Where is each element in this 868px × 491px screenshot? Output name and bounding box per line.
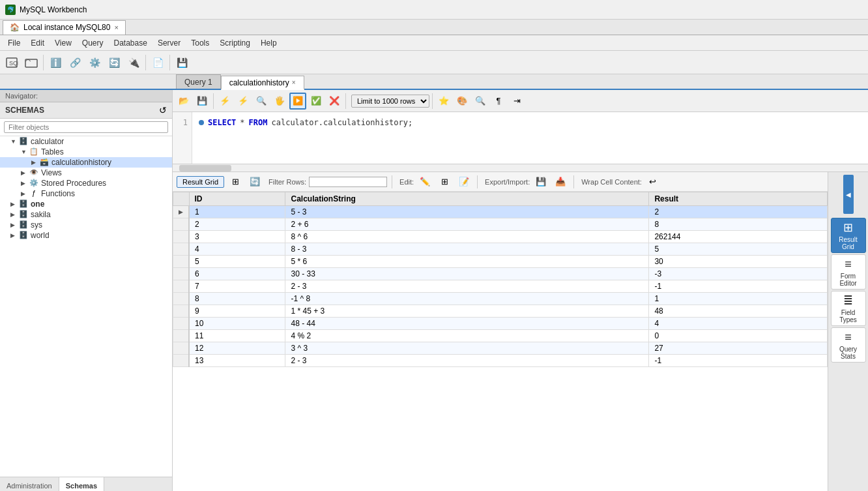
tab-close-calchist[interactable]: × <box>292 79 296 86</box>
data-grid[interactable]: ID CalculationString Result ▶15 - 3222 +… <box>173 192 828 491</box>
qtb-execute-all[interactable]: ⚡ <box>216 93 233 110</box>
menu-server[interactable]: Server <box>152 37 186 49</box>
results-grid-icon[interactable]: ⊞ <box>227 173 244 190</box>
edit-pencil-btn[interactable]: ✏️ <box>416 173 433 190</box>
th-result[interactable]: Result <box>649 192 828 206</box>
menu-scripting[interactable]: Scripting <box>214 37 255 49</box>
arrow-tables[interactable]: ▼ <box>21 149 29 155</box>
table-row: 38 ^ 6262144 <box>173 231 828 243</box>
arrow-one[interactable]: ▶ <box>10 201 18 207</box>
tb-disconnect[interactable]: 🔌 <box>124 53 143 72</box>
qtb-save[interactable]: 💾 <box>194 93 210 110</box>
wrap-btn[interactable]: ↩ <box>644 173 661 190</box>
arrow-stored-procedures[interactable]: ▶ <box>21 180 29 186</box>
edit-grid-btn[interactable]: ⊞ <box>436 173 453 190</box>
cell-result: 8 <box>649 218 828 231</box>
right-btn-field-types[interactable]: ≣ FieldTypes <box>831 291 866 326</box>
arrow-calculator[interactable]: ▼ <box>10 138 18 145</box>
filter-objects-input[interactable] <box>4 121 168 133</box>
qtb-indent[interactable]: ⇥ <box>508 93 525 110</box>
qtb-execute-selected[interactable]: ▶️ <box>289 93 306 110</box>
app-title: MySQL Workbench <box>20 5 87 14</box>
menu-view[interactable]: View <box>50 37 77 49</box>
table-row: 55 * 630 <box>173 256 828 268</box>
th-id[interactable]: ID <box>189 192 285 206</box>
tb-reconnect[interactable]: 🔄 <box>105 53 123 72</box>
right-btn-result-grid[interactable]: ⊞ ResultGrid <box>831 218 866 253</box>
schema-sakila[interactable]: ▶ 🗄️ sakila <box>0 209 172 220</box>
import-btn[interactable]: 📥 <box>552 173 569 190</box>
instance-tab[interactable]: 🏠 Local instance MySQL80 × <box>3 20 126 35</box>
schema-world[interactable]: ▶ 🗄️ world <box>0 230 172 241</box>
limit-rows-select[interactable]: Limit to 1000 rows Limit to 500 rows Don… <box>351 95 429 108</box>
menu-edit[interactable]: Edit <box>25 37 50 49</box>
schemas-refresh-btn[interactable]: ↺ <box>159 105 167 115</box>
views-icon: 👁️ <box>29 168 39 177</box>
cell-calc: 3 ^ 3 <box>285 342 649 355</box>
tb-manage-connections[interactable]: ⚙️ <box>85 53 104 72</box>
schema-sys[interactable]: ▶ 🗄️ sys <box>0 220 172 230</box>
export-btn[interactable]: 💾 <box>532 173 549 190</box>
cell-id: 3 <box>189 231 285 243</box>
query-stats-icon: ≡ <box>845 331 852 344</box>
tb-add-connection[interactable]: 🔗 <box>66 53 84 72</box>
right-btn-form-editor[interactable]: ≡ FormEditor <box>831 254 866 290</box>
instance-tab-close[interactable]: × <box>114 23 118 31</box>
tb-commit[interactable]: 💾 <box>173 53 191 72</box>
tree-calculationhistory[interactable]: ▶ 🗃️ calculationhistory <box>0 157 172 168</box>
toolbar-sep-3 <box>169 55 170 70</box>
arrow-world[interactable]: ▶ <box>10 232 18 239</box>
tree-tables[interactable]: ▼ 📋 Tables <box>0 147 172 157</box>
qtb-toggle-invisible[interactable]: ¶ <box>490 93 507 110</box>
bottom-tab-schemas[interactable]: Schemas <box>59 477 104 491</box>
arrow-views[interactable]: ▶ <box>21 170 29 176</box>
cell-id: 1 <box>189 206 285 218</box>
menu-database[interactable]: Database <box>109 37 152 49</box>
schema-icon-sys: 🗄️ <box>18 220 29 230</box>
qtb-execute-current[interactable]: ⚡ <box>235 93 252 110</box>
cell-calc: 8 ^ 6 <box>285 231 649 243</box>
schema-calculator[interactable]: ▼ 🗄️ calculator <box>0 136 172 147</box>
qtb-beautify[interactable]: 🎨 <box>454 93 470 110</box>
panel-collapse-btn[interactable]: ◀ <box>843 175 854 214</box>
filter-rows-input[interactable] <box>309 177 387 187</box>
qtb-search[interactable]: 🔍 <box>472 93 489 110</box>
bottom-tab-administration[interactable]: Administration <box>0 477 59 491</box>
edit-form-btn[interactable]: 📝 <box>456 173 472 190</box>
menu-tools[interactable]: Tools <box>186 37 214 49</box>
tab-calculationhistory[interactable]: calculationhistory × <box>221 76 304 90</box>
tree-functions[interactable]: ▶ ƒ Functions <box>0 188 172 199</box>
qtb-rollback[interactable]: ❌ <box>326 93 343 110</box>
arrow-calculationhistory[interactable]: ▶ <box>31 159 39 166</box>
row-arrow-cell <box>173 218 190 231</box>
sql-content[interactable]: SELECT * FROM calculator.calculationhist… <box>192 112 868 164</box>
tb-info[interactable]: ℹ️ <box>46 53 65 72</box>
row-arrow-cell <box>173 268 190 280</box>
arrow-functions[interactable]: ▶ <box>21 190 29 197</box>
cell-id: 12 <box>189 342 285 355</box>
result-grid-tab[interactable]: Result Grid <box>177 176 224 188</box>
th-calc[interactable]: CalculationString <box>285 192 649 206</box>
right-btn-query-stats[interactable]: ≡ QueryStats <box>831 327 866 363</box>
results-refresh[interactable]: 🔄 <box>246 173 263 190</box>
qtb-bookmark[interactable]: ⭐ <box>435 93 452 110</box>
menu-help[interactable]: Help <box>255 37 282 49</box>
qtb-commit[interactable]: ✅ <box>308 93 325 110</box>
tb-open[interactable] <box>22 53 40 72</box>
tree-views[interactable]: ▶ 👁️ Views <box>0 168 172 178</box>
results-toolbar: Result Grid ⊞ 🔄 Filter Rows: Edit: ✏️ ⊞ … <box>173 172 828 192</box>
tree-stored-procedures[interactable]: ▶ ⚙️ Stored Procedures <box>0 178 172 188</box>
field-types-icon: ≣ <box>843 293 853 308</box>
menu-query[interactable]: Query <box>77 37 109 49</box>
schema-one[interactable]: ▶ 🗄️ one <box>0 199 172 209</box>
menu-file[interactable]: File <box>3 37 25 49</box>
arrow-sakila[interactable]: ▶ <box>10 211 18 218</box>
tb-new-query[interactable]: 📄 <box>149 53 167 72</box>
qtb-stop[interactable]: 🖐️ <box>271 93 288 110</box>
qtb-explain[interactable]: 🔍 <box>253 93 270 110</box>
qtb-open-file[interactable]: 📂 <box>175 93 192 110</box>
tab-query1[interactable]: Query 1 <box>176 74 221 89</box>
tb-new-schema[interactable]: SQL <box>3 53 21 72</box>
editor-hscroll[interactable] <box>173 164 868 172</box>
arrow-sys[interactable]: ▶ <box>10 222 18 228</box>
